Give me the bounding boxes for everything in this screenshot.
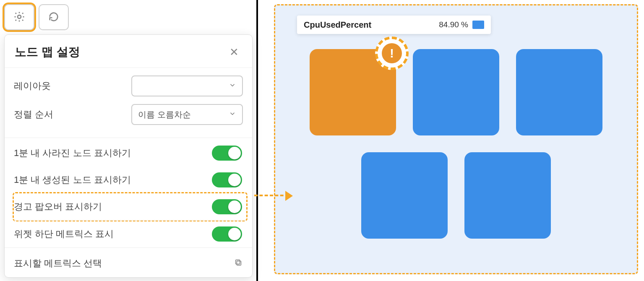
node-map-settings-panel: 노드 맵 설정 ✕ 레이아웃 정렬 순서 [4, 34, 253, 278]
node-card[interactable] [464, 152, 551, 239]
legend-swatch [472, 21, 484, 29]
toggle-label: 1분 내 사라진 노드 표시하기 [14, 147, 131, 159]
settings-title: 노드 맵 설정 [15, 44, 80, 60]
toggle-label: 위젯 하단 메트릭스 표시 [14, 228, 114, 240]
node-card[interactable] [516, 49, 602, 135]
toggle-switch[interactable] [212, 172, 242, 187]
toggle-label: 1분 내 생성된 노드 표시하기 [14, 174, 131, 186]
refresh-button[interactable] [39, 4, 69, 30]
settings-form: 레이아웃 정렬 순서 이름 오름차순 [5, 68, 252, 138]
popup-icon [234, 258, 243, 269]
toggle-show-deleted-nodes: 1분 내 사라진 노드 표시하기 [14, 140, 246, 167]
metric-select-row[interactable]: 표시할 메트릭스 선택 [5, 247, 252, 277]
legend-title: CpuUsedPercent [304, 20, 371, 30]
node-card[interactable] [413, 49, 499, 135]
toolbar [0, 0, 256, 33]
refresh-icon [48, 11, 60, 24]
toggle-show-warning-popover: 경고 팝오버 표시하기 [14, 193, 246, 220]
warning-icon: ! [382, 43, 402, 63]
toggle-switch[interactable] [212, 146, 242, 161]
svg-rect-2 [236, 260, 240, 264]
connector-line [254, 195, 289, 196]
legend-value: 84.90 % [439, 20, 468, 29]
toggle-switch[interactable] [212, 226, 242, 242]
toggle-show-bottom-metrics: 위젯 하단 메트릭스 표시 [14, 220, 246, 247]
metric-select-label: 표시할 메트릭스 선택 [14, 257, 102, 270]
layout-select[interactable] [131, 75, 243, 96]
sort-select[interactable]: 이름 오름차순 [131, 104, 243, 125]
svg-rect-1 [237, 261, 241, 265]
settings-gear-button[interactable] [4, 4, 34, 30]
settings-header: 노드 맵 설정 ✕ [5, 35, 252, 68]
node-grid: ! [283, 49, 629, 239]
node-map-preview: CpuUsedPercent 84.90 % ! [258, 0, 644, 281]
settings-sidebar: 노드 맵 설정 ✕ 레이아웃 정렬 순서 [0, 0, 258, 281]
connector-arrow-icon [285, 191, 293, 201]
sort-label: 정렬 순서 [14, 108, 131, 121]
svg-point-0 [18, 15, 21, 18]
toggle-label: 경고 팝오버 표시하기 [14, 200, 102, 213]
layout-label: 레이아웃 [14, 80, 131, 92]
toggle-list: 1분 내 사라진 노드 표시하기 1분 내 생성된 노드 표시하기 경고 팝오버… [5, 138, 252, 247]
toggle-switch[interactable] [212, 199, 242, 214]
close-icon: ✕ [229, 46, 239, 58]
metric-legend: CpuUsedPercent 84.90 % [297, 16, 491, 34]
node-map-frame: CpuUsedPercent 84.90 % ! [274, 4, 638, 274]
node-card[interactable]: ! [310, 49, 396, 135]
close-button[interactable]: ✕ [226, 45, 242, 59]
node-card[interactable] [361, 152, 448, 239]
sort-value: 이름 오름차순 [138, 109, 191, 120]
toggle-show-created-nodes: 1분 내 생성된 노드 표시하기 [14, 167, 246, 193]
warning-popover-badge: ! [375, 36, 409, 70]
gear-icon [13, 10, 26, 24]
